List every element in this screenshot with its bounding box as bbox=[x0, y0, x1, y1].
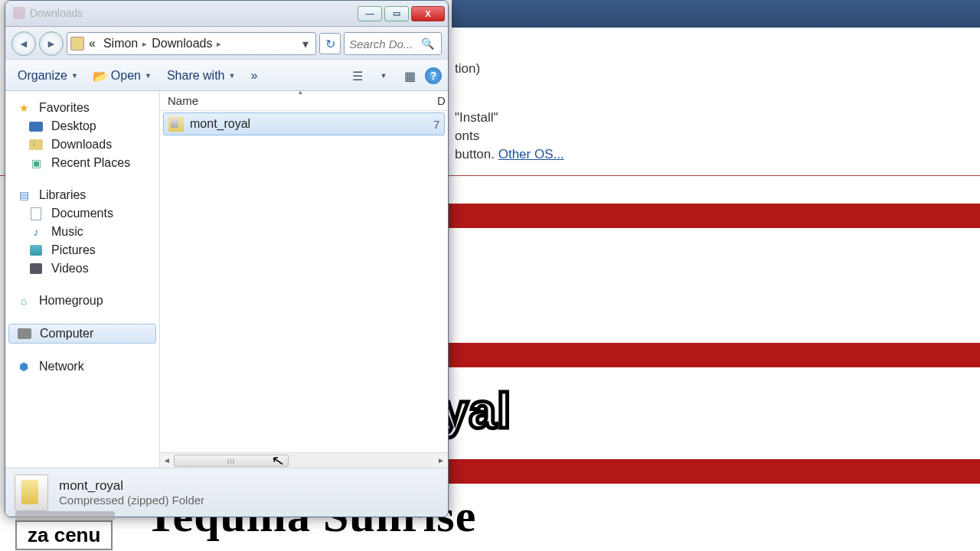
sidebar-label: Documents bbox=[51, 207, 113, 220]
close-button[interactable]: X bbox=[411, 6, 445, 21]
view-dropdown[interactable]: ▼ bbox=[373, 66, 394, 86]
bg-text: button. Other OS... bbox=[455, 147, 980, 162]
sidebar-recent[interactable]: ▣Recent Places bbox=[5, 154, 159, 172]
desktop-icon bbox=[28, 119, 44, 133]
scroll-left-button[interactable]: ◄ bbox=[160, 454, 174, 468]
pictures-icon bbox=[28, 243, 44, 257]
scroll-track[interactable]: III bbox=[174, 455, 434, 467]
other-os-link[interactable]: Other OS... bbox=[498, 147, 564, 161]
window-icon bbox=[13, 7, 25, 19]
sidebar-desktop[interactable]: Desktop bbox=[5, 117, 159, 135]
sidebar-downloads[interactable]: Downloads bbox=[5, 135, 159, 154]
red-bar bbox=[447, 459, 980, 484]
sidebar-label: Downloads bbox=[51, 138, 112, 152]
address-segment[interactable]: Downloads bbox=[149, 35, 215, 52]
forward-button[interactable]: ► bbox=[39, 31, 64, 56]
file-date-fragment: 7 bbox=[433, 118, 444, 131]
sidebar-documents[interactable]: Documents bbox=[5, 204, 159, 223]
explorer-window: Downloads — ▭ X ◄ ► « Simon ▸ Downloads … bbox=[5, 0, 449, 517]
open-button[interactable]: 📂 Open ▼ bbox=[87, 66, 158, 86]
bg-text: onts bbox=[455, 129, 980, 144]
tag-box: za cenu bbox=[15, 520, 113, 550]
address-segment[interactable]: Simon bbox=[100, 35, 141, 52]
sidebar: ★Favorites Desktop Downloads ▣Recent Pla… bbox=[5, 91, 160, 468]
network-icon: ⬢ bbox=[16, 360, 31, 373]
font-preview: yal bbox=[441, 383, 980, 439]
sidebar-label: Homegroup bbox=[39, 294, 103, 308]
chevron-down-icon: ▼ bbox=[71, 72, 78, 80]
help-button[interactable]: ? bbox=[425, 67, 442, 84]
details-type: Compressed (zipped) Folder bbox=[59, 494, 204, 507]
sidebar-homegroup[interactable]: ⌂Homegroup bbox=[5, 292, 159, 310]
sidebar-label: Music bbox=[51, 225, 83, 239]
sidebar-label: Pictures bbox=[51, 243, 96, 257]
chevron-down-icon: ▼ bbox=[145, 72, 152, 80]
sidebar-label: Network bbox=[39, 360, 84, 373]
scroll-right-button[interactable]: ► bbox=[434, 454, 448, 468]
maximize-button[interactable]: ▭ bbox=[384, 6, 409, 21]
file-list: ▴ Name D mont_royal 7 ◄ III ► bbox=[160, 91, 448, 468]
sidebar-libraries[interactable]: ▤Libraries bbox=[5, 186, 159, 204]
bg-text: tion) bbox=[455, 61, 980, 77]
address-bar[interactable]: « Simon ▸ Downloads ▸ ▾ bbox=[67, 32, 316, 55]
file-row[interactable]: mont_royal 7 bbox=[163, 112, 445, 135]
minimize-button[interactable]: — bbox=[358, 6, 382, 21]
sidebar-music[interactable]: ♪Music bbox=[5, 223, 159, 241]
chevron-right-icon[interactable]: ▸ bbox=[217, 39, 221, 49]
column-headers[interactable]: ▴ Name D bbox=[160, 91, 448, 111]
nav-row: ◄ ► « Simon ▸ Downloads ▸ ▾ ↻ 🔍 bbox=[5, 27, 448, 60]
share-button[interactable]: Share with ▼ bbox=[161, 66, 242, 86]
sidebar-network[interactable]: ⬢Network bbox=[5, 357, 159, 376]
chevron-right-icon[interactable]: ▸ bbox=[142, 39, 147, 49]
organize-label: Organize bbox=[18, 69, 67, 83]
more-button[interactable]: » bbox=[244, 66, 263, 86]
libraries-icon: ▤ bbox=[16, 188, 31, 202]
sidebar-label: Desktop bbox=[51, 119, 96, 133]
share-label: Share with bbox=[167, 69, 225, 83]
grip-icon: III bbox=[227, 458, 236, 465]
organize-button[interactable]: Organize ▼ bbox=[11, 66, 84, 86]
shadow bbox=[15, 511, 115, 520]
documents-icon bbox=[28, 207, 44, 220]
homegroup-icon: ⌂ bbox=[16, 294, 31, 308]
column-date[interactable]: D bbox=[437, 94, 448, 107]
open-label: Open bbox=[111, 69, 141, 83]
sort-indicator-icon: ▴ bbox=[299, 88, 302, 96]
search-input[interactable] bbox=[349, 37, 421, 51]
refresh-button[interactable]: ↻ bbox=[319, 33, 341, 54]
downloads-icon bbox=[28, 138, 44, 152]
column-name[interactable]: ▴ Name bbox=[160, 94, 437, 107]
search-icon[interactable]: 🔍 bbox=[421, 37, 434, 50]
preview-pane-button[interactable]: ▦ bbox=[399, 66, 420, 86]
chevron-down-icon: ▼ bbox=[229, 72, 236, 80]
sidebar-videos[interactable]: Videos bbox=[5, 259, 159, 278]
address-dropdown[interactable]: ▾ bbox=[299, 37, 312, 51]
sidebar-favorites[interactable]: ★Favorites bbox=[5, 99, 159, 117]
music-icon: ♪ bbox=[28, 225, 44, 239]
sidebar-label: Favorites bbox=[39, 101, 90, 115]
file-name: mont_royal bbox=[190, 117, 433, 131]
sidebar-label: Videos bbox=[51, 262, 89, 276]
window-title: Downloads bbox=[30, 7, 83, 19]
titlebar[interactable]: Downloads — ▭ X bbox=[5, 1, 448, 27]
back-button[interactable]: ◄ bbox=[11, 31, 36, 56]
zip-folder-icon bbox=[168, 116, 184, 132]
bg-text: "Install" bbox=[455, 110, 980, 126]
column-label: Name bbox=[168, 94, 198, 107]
sidebar-label: Computer bbox=[40, 327, 93, 341]
address-prefix[interactable]: « bbox=[86, 35, 99, 52]
horizontal-scrollbar[interactable]: ◄ III ► bbox=[160, 452, 448, 468]
bg-titlebar bbox=[452, 0, 980, 28]
bg-text-fragment: button. bbox=[455, 147, 498, 161]
view-button[interactable]: ☰ bbox=[347, 66, 368, 86]
background-page: tion) "Install" onts button. Other OS...… bbox=[452, 0, 980, 551]
red-bar bbox=[447, 204, 980, 228]
search-box[interactable]: 🔍 bbox=[344, 32, 442, 55]
recent-icon: ▣ bbox=[28, 156, 44, 170]
videos-icon bbox=[28, 262, 44, 276]
sidebar-computer[interactable]: Computer bbox=[8, 324, 156, 344]
sidebar-pictures[interactable]: Pictures bbox=[5, 241, 159, 259]
scroll-thumb[interactable]: III bbox=[174, 455, 289, 467]
zip-icon bbox=[15, 474, 48, 511]
details-name: mont_royal bbox=[59, 478, 204, 494]
